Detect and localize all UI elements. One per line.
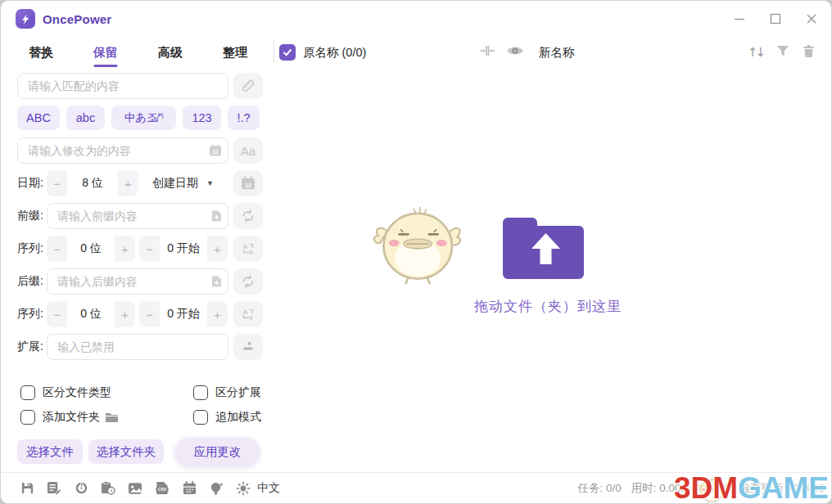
chip-lowercase[interactable]: abc (66, 106, 105, 130)
date-source-dropdown[interactable]: 创建日期 ▼ (152, 176, 214, 191)
sequence-label: 序列: (17, 241, 47, 256)
history-icon[interactable] (100, 480, 116, 497)
option-append-mode[interactable]: 追加模式 (193, 410, 261, 425)
sort-icon[interactable]: ↑↓ (748, 45, 763, 60)
chip-digits[interactable]: 123 (183, 106, 221, 130)
mascot-chick (371, 203, 468, 286)
toolbar-divider (274, 42, 274, 62)
insert-filename-icon[interactable] (211, 276, 222, 288)
option-distinguish-ext[interactable]: 区分扩展 (193, 385, 261, 400)
seq2-reset-button[interactable]: A0 (233, 301, 263, 327)
date-row: 日期: − 8 位 + 创建日期 ▼ 12 (17, 170, 263, 196)
checkbox[interactable] (20, 385, 35, 400)
calendar-12-icon[interactable]: 12 (209, 144, 222, 157)
match-input[interactable] (17, 73, 228, 99)
preview-eye-icon[interactable] (506, 44, 524, 61)
minus-button[interactable]: − (47, 301, 67, 327)
file-dropzone[interactable]: 拖动文件（夹）到这里 (279, 68, 831, 472)
minimize-button[interactable] (733, 12, 746, 25)
apply-changes-button[interactable]: 应用更改 (175, 438, 260, 466)
maximize-button[interactable] (769, 12, 782, 25)
plus-button[interactable]: + (207, 301, 228, 327)
chip-cjk[interactable]: 中あ조ཏྲ (111, 106, 176, 130)
minus-button[interactable]: − (47, 236, 67, 262)
case-aa-button[interactable]: Aa (233, 137, 263, 164)
sequence-label: 序列: (17, 307, 47, 322)
prefix-label: 前缀: (17, 209, 47, 223)
delete-icon[interactable] (803, 44, 815, 61)
header-right-icons: ↑↓ (748, 37, 815, 68)
power-icon[interactable] (73, 480, 89, 497)
extension-label: 扩展: (17, 340, 47, 354)
prefix-input[interactable] (47, 203, 228, 229)
sequence-row-1: 序列: − 0 位 + − 0 开始 + A0 (17, 236, 263, 262)
extension-input[interactable] (47, 334, 228, 360)
suffix-refresh-button[interactable] (233, 268, 263, 295)
tab-organize[interactable]: 整理 (223, 37, 247, 68)
option-add-folder[interactable]: 添加文件夹 (20, 410, 193, 425)
svg-text:CSV: CSV (158, 488, 167, 492)
close-button[interactable] (805, 12, 818, 25)
language-switch[interactable]: 中文 (257, 481, 280, 496)
tab-replace[interactable]: 替换 (29, 37, 53, 68)
tips-icon[interactable] (208, 480, 224, 497)
csv-export-icon[interactable]: CSV (154, 480, 170, 497)
folder-icon (105, 412, 119, 423)
seq2-digits-stepper: − 0 位 + (47, 301, 135, 327)
elapsed-time: 用时: 0.00s (631, 481, 687, 496)
tab-advanced[interactable]: 高级 (158, 37, 183, 68)
svg-text:0: 0 (250, 249, 253, 256)
window-controls (733, 12, 818, 25)
upload-folder-icon (503, 215, 589, 279)
original-name-checkbox[interactable] (279, 44, 296, 61)
match-row (17, 73, 263, 99)
chip-symbols[interactable]: !.? (228, 106, 260, 130)
footer-mascot-chick (696, 475, 729, 504)
checkbox[interactable] (193, 385, 208, 400)
dropzone-hint: 拖动文件（夹）到这里 (445, 297, 650, 316)
plus-button[interactable]: + (115, 236, 135, 262)
insert-filename-icon[interactable] (211, 210, 222, 223)
suffix-label: 后缀: (17, 274, 47, 289)
plus-button[interactable]: + (118, 170, 138, 196)
prefix-refresh-button[interactable] (233, 203, 263, 229)
replace-input[interactable] (17, 137, 228, 164)
collapse-columns-icon[interactable] (479, 43, 495, 61)
option-file-type[interactable]: 区分文件类型 (20, 385, 193, 400)
footer-status: 任务: 0/0 用时: 0.00s 检查更新 v.2.32.0 (577, 475, 825, 502)
calendar-icon[interactable] (181, 480, 197, 497)
app-logo-icon (16, 9, 35, 29)
chip-uppercase[interactable]: ABC (17, 106, 60, 130)
minus-button[interactable]: − (47, 170, 67, 196)
titlebar: OncePower (1, 1, 831, 37)
seq1-start-stepper: − 0 开始 + (139, 236, 228, 262)
checkbox[interactable] (20, 410, 35, 425)
checkbox[interactable] (193, 410, 208, 425)
seq1-digits-stepper: − 0 位 + (47, 236, 135, 262)
action-buttons: 选择文件 选择文件夹 应用更改 (17, 438, 260, 466)
svg-text:0: 0 (250, 314, 253, 322)
edit-list-icon[interactable] (46, 480, 62, 497)
svg-text:A: A (243, 243, 248, 250)
theme-sun-icon[interactable] (235, 480, 251, 497)
plus-button[interactable]: + (207, 236, 228, 262)
date-digits-stepper: − 8 位 + (47, 170, 138, 196)
check-update-link[interactable]: 检查更新 v.2.32.0 (739, 481, 825, 496)
ruler-button[interactable] (233, 73, 263, 99)
plus-button[interactable]: + (115, 301, 135, 327)
minus-button[interactable]: − (139, 301, 160, 327)
suffix-input[interactable] (47, 268, 228, 295)
select-folder-button[interactable]: 选择文件夹 (88, 439, 164, 464)
minus-button[interactable]: − (139, 236, 160, 262)
select-files-button[interactable]: 选择文件 (17, 439, 83, 464)
chevron-down-icon: ▼ (206, 179, 214, 187)
seq1-reset-button[interactable]: A0 (233, 236, 263, 262)
filter-icon[interactable] (776, 45, 789, 61)
save-icon[interactable] (19, 480, 35, 497)
image-icon[interactable] (127, 480, 143, 497)
extension-toggle-button[interactable] (233, 334, 263, 360)
date-picker-button[interactable]: 12 (233, 170, 263, 196)
tab-keep[interactable]: 保留 (93, 37, 118, 68)
original-name-label: 原名称 (0/0) (303, 45, 366, 61)
svg-text:12: 12 (212, 149, 219, 155)
